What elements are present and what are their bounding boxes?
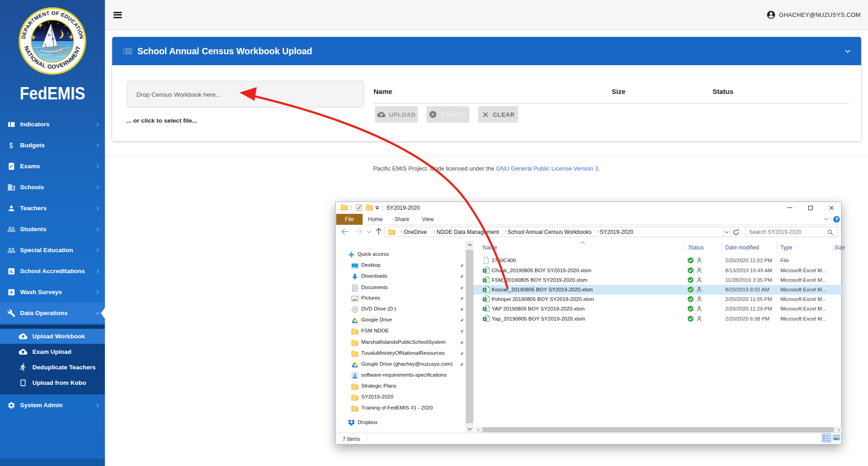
svg-text:?: ? (835, 217, 838, 222)
